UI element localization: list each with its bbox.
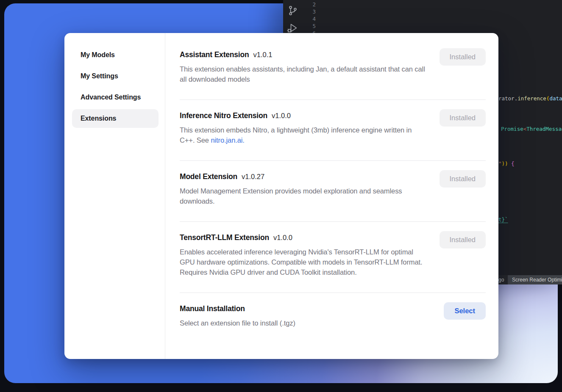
extension-name: TensortRT-LLM Extension — [180, 233, 269, 242]
code-fragment: ")) { — [498, 160, 515, 167]
code-function: inference — [517, 95, 546, 102]
code-brace: { — [511, 160, 515, 167]
screen-reader-status-item[interactable]: Screen Reader Optimized — [508, 275, 562, 284]
sidebar-item-my-settings[interactable]: My Settings — [72, 67, 159, 86]
description-text: Enables accelerated inference leveraging… — [180, 248, 422, 276]
settings-sidebar: My Models My Settings Advanced Settings … — [64, 33, 165, 359]
manual-installation-description: Select an extension file to install (.tg… — [180, 318, 295, 328]
extension-version: v1.0.0 — [272, 112, 291, 119]
extension-description: This extension embeds Nitro, a lightweig… — [180, 125, 426, 145]
extension-heading: TensortRT-LLM Extensionv1.0.0 — [180, 233, 426, 242]
sidebar-item-label: Extensions — [81, 115, 116, 122]
code-fragment: t}` — [498, 216, 508, 223]
code-fragment: Promise<ThreadMessage> — [501, 125, 562, 133]
installed-button[interactable]: Installed — [440, 231, 486, 248]
sidebar-item-advanced-settings[interactable]: Advanced Settings — [72, 88, 159, 107]
manual-installation-title: Manual Installation — [180, 304, 245, 313]
sidebar-item-label: Advanced Settings — [81, 94, 141, 101]
settings-modal: My Models My Settings Advanced Settings … — [64, 33, 498, 359]
extension-description: This extension enables assistants, inclu… — [180, 64, 426, 84]
installed-button[interactable]: Installed — [440, 48, 486, 66]
extension-version: v1.0.0 — [273, 234, 292, 241]
line-number: 5 — [304, 22, 316, 30]
extension-heading: Model Extensionv1.0.27 — [180, 172, 426, 181]
extension-version: v1.0.27 — [242, 173, 264, 180]
extension-row-assistant: Assistant Extensionv1.0.1 This extension… — [180, 39, 486, 100]
description-text: This extension enables assistants, inclu… — [180, 65, 425, 83]
installed-button[interactable]: Installed — [440, 170, 486, 188]
extensions-panel: Assistant Extensionv1.0.1 This extension… — [165, 33, 498, 359]
extension-version: v1.0.1 — [253, 51, 272, 58]
extension-description: Enables accelerated inference leveraging… — [180, 247, 426, 277]
line-number: 4 — [304, 15, 316, 22]
extension-row-tensorrt: TensortRT-LLM Extensionv1.0.0 Enables ac… — [180, 222, 486, 293]
sidebar-item-label: My Models — [81, 51, 115, 59]
select-file-button[interactable]: Select — [444, 302, 486, 320]
source-control-icon[interactable] — [287, 5, 298, 18]
sidebar-item-extensions[interactable]: Extensions — [72, 109, 159, 128]
extension-name: Inference Nitro Extension — [180, 111, 267, 120]
line-number: 2 — [304, 1, 316, 8]
extension-name: Model Extension — [180, 172, 237, 181]
code-brace: )) — [502, 160, 512, 167]
description-text: Select an extension file to install (.tg… — [180, 319, 295, 327]
code-identifier: data — [549, 95, 562, 102]
code-type: Promise — [501, 126, 523, 132]
installed-button[interactable]: Installed — [440, 109, 486, 127]
status-bar-item[interactable]: go — [498, 275, 504, 284]
sidebar-item-label: My Settings — [81, 72, 118, 80]
extension-heading: Inference Nitro Extensionv1.0.0 — [180, 111, 426, 120]
sidebar-item-my-models[interactable]: My Models — [72, 46, 159, 64]
code-text: rator. — [498, 95, 517, 102]
extension-row-nitro: Inference Nitro Extensionv1.0.0 This ext… — [180, 100, 486, 161]
line-number: 3 — [304, 8, 316, 15]
extension-row-model: Model Extensionv1.0.27 Model Management … — [180, 161, 486, 222]
nitro-jan-ai-link[interactable]: nitro.jan.ai. — [211, 136, 244, 144]
code-type: ThreadMessage — [526, 126, 562, 132]
code-string: " — [498, 160, 502, 167]
extension-heading: Assistant Extensionv1.0.1 — [180, 50, 426, 59]
description-text: Model Management Extension provides mode… — [180, 187, 402, 205]
manual-installation-heading: Manual Installation — [180, 304, 295, 313]
extension-description: Model Management Extension provides mode… — [180, 186, 426, 206]
code-fragment: rator.inference(data)); — [498, 95, 562, 102]
manual-installation-row: Manual Installation Select an extension … — [180, 293, 486, 341]
extension-name: Assistant Extension — [180, 50, 249, 59]
